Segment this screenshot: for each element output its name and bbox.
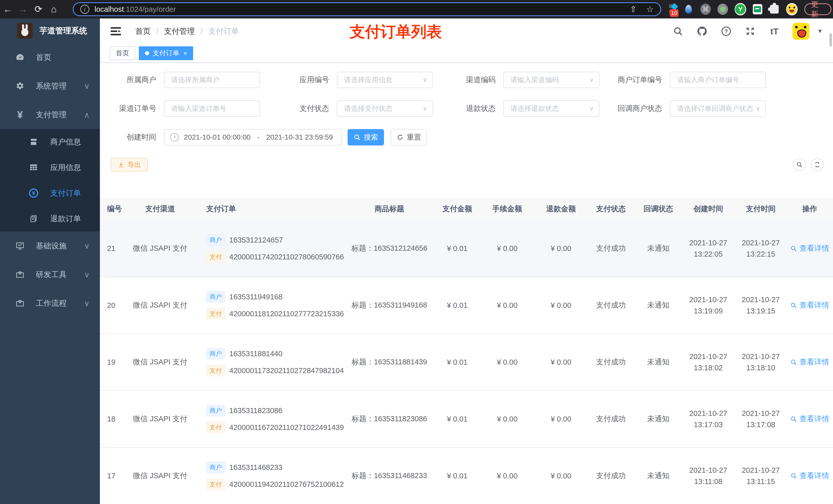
user-avatar[interactable] [792, 23, 809, 40]
close-tab-icon[interactable]: × [184, 50, 187, 57]
sidebar-item-dev-tools[interactable]: 研发工具 ∨ [0, 260, 100, 289]
sidebar-item-infrastructure[interactable]: 基础设施 ∨ [0, 232, 100, 260]
merchant-input[interactable]: 请选择所属商户 [164, 72, 260, 88]
notify-status-select[interactable]: 请选择订单回调商户状态∨ [670, 100, 766, 117]
channel-order-no-input[interactable]: 请输入渠道订单号 [164, 100, 260, 117]
export-button[interactable]: 导出 [111, 158, 148, 172]
table-row[interactable]: 18 微信 JSAPI 支付 商户1635311823086 支付4200001… [100, 391, 833, 448]
sidebar-item-pay[interactable]: ¥ 支付管理 ∧ [0, 100, 100, 129]
cell-actions: 查看详情 [786, 471, 833, 481]
help-icon[interactable]: ? [720, 25, 732, 37]
collapse-sidebar-icon[interactable] [110, 26, 122, 37]
sidebar-item-label: 工作流程 [36, 298, 84, 309]
cell-refund-amount: ¥ 0.00 [536, 472, 587, 480]
view-detail-link[interactable]: 查看详情 [790, 300, 829, 310]
chevron-down-icon: ∨ [589, 76, 594, 83]
monitor-icon [14, 240, 26, 251]
date-range-input[interactable]: 2021-10-01 00:00:00 - 2021-10-31 23:59:5… [164, 129, 342, 145]
view-detail-link[interactable]: 查看详情 [790, 471, 829, 481]
merchant-order-no-input[interactable]: 请输入商户订单编号 [670, 72, 766, 88]
cell-notify-status: 未通知 [635, 471, 681, 481]
yen-icon: ¥ [14, 109, 26, 120]
sidebar-item-workflow[interactable]: 工作流程 ∨ [0, 289, 100, 317]
pay-status-select[interactable]: 请选择支付状态∨ [337, 100, 433, 117]
cell-fee-amount: ¥ 0.00 [479, 244, 536, 253]
table-row[interactable]: 19 微信 JSAPI 支付 商户1635311881440 支付4200001… [100, 334, 833, 391]
tab-home[interactable]: 首页 [110, 46, 135, 60]
col-pay-order: 支付订单 [192, 204, 343, 214]
view-detail-link[interactable]: 查看详情 [790, 414, 829, 424]
cell-refund-amount: ¥ 0.00 [536, 244, 587, 253]
reset-button[interactable]: 重置 [390, 129, 427, 145]
browser-home-icon[interactable]: ⌂ [46, 4, 62, 15]
sidebar-item-merchant-info[interactable]: 商户信息 [0, 129, 100, 155]
browser-update-button[interactable]: 更新 [804, 3, 831, 15]
date-end: 2021-10-31 23:59:59 [266, 133, 333, 141]
filter-row-3: 创建时间 2021-10-01 00:00:00 - 2021-10-31 23… [100, 129, 833, 145]
site-info-icon[interactable]: i [80, 5, 89, 14]
chat-extension-icon[interactable] [753, 4, 762, 14]
balloon-extension-icon[interactable] [683, 4, 694, 15]
tab-pay-order[interactable]: 支付订单 × [139, 46, 193, 60]
filter-merchant-order-no: 商户订单编号 请输入商户订单编号 [606, 72, 772, 88]
table-row[interactable]: 17 微信 JSAPI 支付 商户1635311468233 支付4200001… [100, 448, 833, 504]
app-select[interactable]: 请选择应用信息∨ [337, 72, 433, 88]
cell-actions: 查看详情 [786, 243, 833, 254]
github-icon[interactable] [696, 25, 708, 37]
address-bar[interactable]: i localhost:1024/pay/order ⇧ ☆ [73, 2, 661, 16]
view-detail-link[interactable]: 查看详情 [790, 243, 829, 254]
cell-pay-order: 商户1635311949168 支付4200001181202110277723… [192, 291, 343, 319]
grid-table-icon [28, 162, 39, 173]
tab-label: 首页 [116, 49, 129, 57]
user-menu-caret-icon[interactable]: ▼ [817, 28, 823, 34]
col-title: 商品标题 [343, 204, 435, 214]
view-detail-link[interactable]: 查看详情 [790, 357, 829, 367]
app-logo[interactable]: 芋道管理系统 [0, 19, 100, 43]
col-notify-status: 回调状态 [635, 204, 681, 214]
bookmark-star-icon[interactable]: ☆ [646, 4, 654, 14]
font-size-icon[interactable]: tT [768, 25, 780, 37]
merchant-order-no: 1635311823086 [229, 406, 283, 415]
cell-channel: 微信 JSAPI 支付 [128, 300, 192, 310]
refund-status-select[interactable]: 请选择退款状态∨ [503, 100, 599, 117]
browser-toolbar: ← → ⟳ ⌂ i localhost:1024/pay/order ⇧ ☆ 1… [0, 0, 833, 19]
tab-groups-extension-icon[interactable]: 10 [666, 4, 676, 15]
channel-code-select[interactable]: 请输入渠道编码∨ [503, 72, 599, 88]
cell-create-time: 2021-10-2713:19:09 [681, 294, 735, 316]
breadcrumb-pay[interactable]: 支付管理 [164, 26, 195, 37]
y-extension-icon[interactable]: Y [735, 3, 746, 15]
table-row[interactable]: 21 微信 JSAPI 支付 商户1635312124657 支付4200001… [100, 220, 833, 277]
cell-create-time: 2021-10-2713:22:05 [681, 237, 735, 260]
cell-channel: 微信 JSAPI 支付 [128, 357, 192, 367]
sidebar-item-home[interactable]: 首页 [0, 43, 100, 72]
chevron-down-icon: ∨ [756, 105, 760, 112]
cell-notify-status: 未通知 [635, 243, 681, 254]
recorder-extension-icon[interactable] [717, 4, 728, 15]
sidebar-item-app-info[interactable]: 应用信息 [0, 155, 100, 180]
command-extension-icon[interactable]: ⌘ [700, 4, 711, 15]
refresh-button[interactable] [811, 158, 824, 171]
shop-icon [28, 137, 39, 147]
cell-id: 21 [100, 244, 128, 253]
search-icon[interactable] [672, 25, 684, 37]
extensions-puzzle-icon[interactable] [769, 4, 780, 15]
browser-back-icon[interactable]: ← [0, 4, 15, 15]
fullscreen-icon[interactable] [744, 25, 756, 37]
sidebar-item-pay-order[interactable]: ¥ 支付订单 [0, 180, 100, 206]
browser-reload-icon[interactable]: ⟳ [31, 4, 46, 15]
cell-title: 标题：1635311881439 [343, 357, 435, 367]
share-icon[interactable]: ⇧ [630, 4, 637, 14]
header-actions: ? tT ▼ [672, 23, 833, 40]
cell-pay-status: 支付成功 [587, 357, 635, 367]
breadcrumb-home[interactable]: 首页 [135, 26, 151, 37]
toggle-search-button[interactable] [793, 158, 806, 171]
page-scrollbar[interactable] [829, 33, 832, 47]
sidebar-item-system[interactable]: 系统管理 ∨ [0, 72, 100, 100]
browser-forward-icon[interactable]: → [15, 4, 31, 15]
sidebar-item-refund-order[interactable]: 退款订单 [0, 206, 100, 232]
search-button[interactable]: 搜索 [348, 129, 384, 145]
cell-fee-amount: ¥ 0.00 [479, 472, 536, 480]
active-dot [145, 51, 149, 55]
profile-avatar-icon[interactable] [786, 3, 798, 15]
table-row[interactable]: 20 微信 JSAPI 支付 商户1635311949168 支付4200001… [100, 277, 833, 334]
